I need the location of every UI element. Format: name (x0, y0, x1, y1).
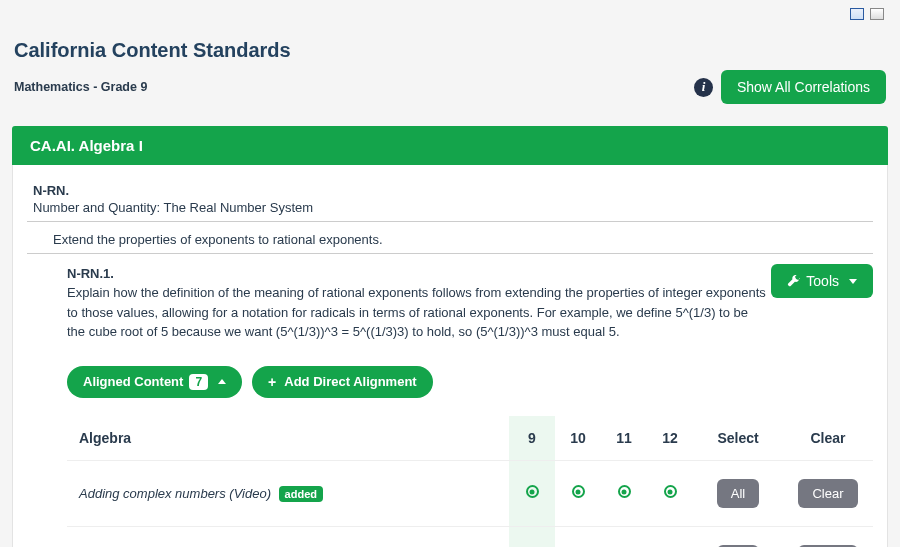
row-title-cell: Adding complex numbers (Video) added (67, 460, 509, 526)
cell-grade-12 (647, 526, 693, 547)
plus-icon: + (268, 374, 276, 390)
aligned-content-label: Aligned Content (83, 374, 183, 389)
cell-grade-9 (509, 460, 555, 526)
pill-row: Aligned Content 7 + Add Direct Alignment (27, 342, 873, 406)
aligned-content-count: 7 (189, 374, 208, 390)
cell-grade-10 (555, 460, 601, 526)
col-grade-9: 9 (509, 416, 555, 461)
standard-subcategory: Extend the properties of exponents to ra… (27, 228, 873, 254)
cell-grade-10 (555, 526, 601, 547)
cell-clear: Clear (783, 526, 873, 547)
col-subject: Algebra (67, 416, 509, 461)
select-all-button[interactable]: All (717, 479, 759, 508)
add-direct-alignment-button[interactable]: + Add Direct Alignment (252, 366, 433, 398)
grade-label: Mathematics - Grade 9 (14, 80, 147, 94)
col-clear: Clear (783, 416, 873, 461)
subheader-row: Mathematics - Grade 9 i Show All Correla… (12, 68, 888, 118)
row-title-cell: 3-variable linear system word problem ad… (67, 526, 509, 547)
table-header-row: Algebra 9 10 11 12 Select Clear (67, 416, 873, 461)
aligned-ring-icon[interactable] (572, 485, 585, 498)
col-select: Select (693, 416, 783, 461)
standard-code: N-RN. (33, 183, 867, 198)
aligned-content-table: Algebra 9 10 11 12 Select Clear Adding c… (67, 416, 873, 548)
aligned-ring-icon[interactable] (664, 485, 677, 498)
show-all-correlations-label: Show All Correlations (737, 79, 870, 95)
cell-clear: Clear (783, 460, 873, 526)
clear-button[interactable]: Clear (798, 479, 857, 508)
aligned-ring-icon[interactable] (526, 485, 539, 498)
table-row: Adding complex numbers (Video) addedAllC… (67, 460, 873, 526)
col-grade-12: 12 (647, 416, 693, 461)
window-icon[interactable] (850, 8, 864, 20)
standard-detail: Tools N-RN.1. Explain how the definition… (27, 254, 873, 342)
table-row: 3-variable linear system word problem ad… (67, 526, 873, 547)
standard-name: Number and Quantity: The Real Number Sys… (33, 198, 867, 215)
standard-header: N-RN. Number and Quantity: The Real Numb… (27, 183, 873, 222)
add-direct-alignment-label: Add Direct Alignment (284, 374, 416, 389)
chevron-down-icon (849, 279, 857, 284)
content-panel: N-RN. Number and Quantity: The Real Numb… (12, 165, 888, 547)
top-icon-bar (12, 8, 888, 27)
info-icon[interactable]: i (694, 78, 713, 97)
show-all-correlations-button[interactable]: Show All Correlations (721, 70, 886, 104)
aligned-ring-icon[interactable] (618, 485, 631, 498)
chevron-up-icon (218, 379, 226, 384)
col-grade-11: 11 (601, 416, 647, 461)
print-icon[interactable] (870, 8, 884, 20)
col-grade-10: 10 (555, 416, 601, 461)
cell-grade-11 (601, 460, 647, 526)
cell-select: All (693, 460, 783, 526)
row-title[interactable]: Adding complex numbers (Video) (79, 486, 271, 501)
added-badge: added (279, 486, 323, 502)
cell-grade-9 (509, 526, 555, 547)
standard-detail-text: Explain how the definition of the meanin… (67, 281, 767, 342)
cell-grade-12 (647, 460, 693, 526)
section-header: CA.AI. Algebra I (12, 126, 888, 165)
cell-select: All (693, 526, 783, 547)
page-title: California Content Standards (12, 27, 888, 68)
tools-label: Tools (806, 273, 839, 289)
wrench-icon (787, 275, 800, 288)
cell-grade-11 (601, 526, 647, 547)
aligned-content-button[interactable]: Aligned Content 7 (67, 366, 242, 398)
standard-detail-code: N-RN.1. (67, 266, 861, 281)
tools-button[interactable]: Tools (771, 264, 873, 298)
